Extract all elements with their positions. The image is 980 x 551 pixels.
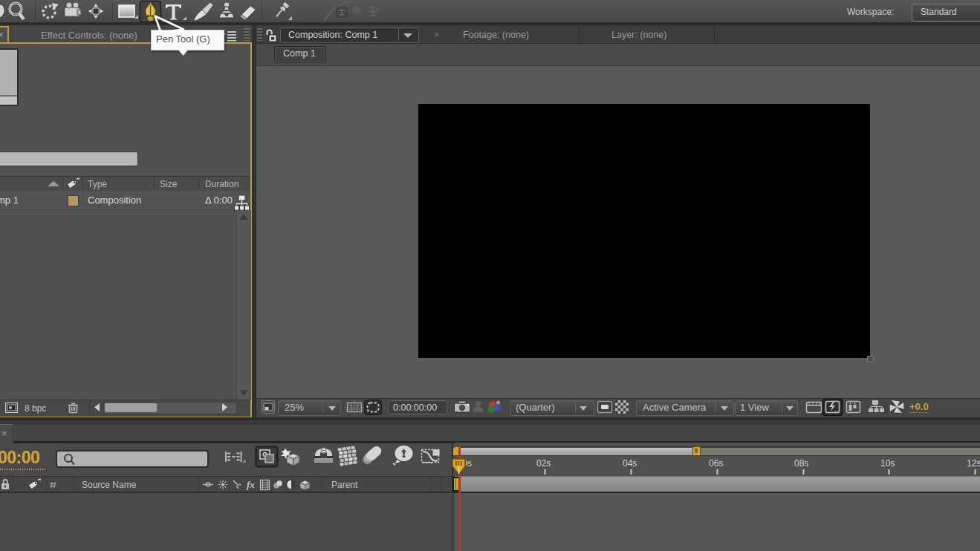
svg-text:fx: fx bbox=[247, 479, 255, 490]
